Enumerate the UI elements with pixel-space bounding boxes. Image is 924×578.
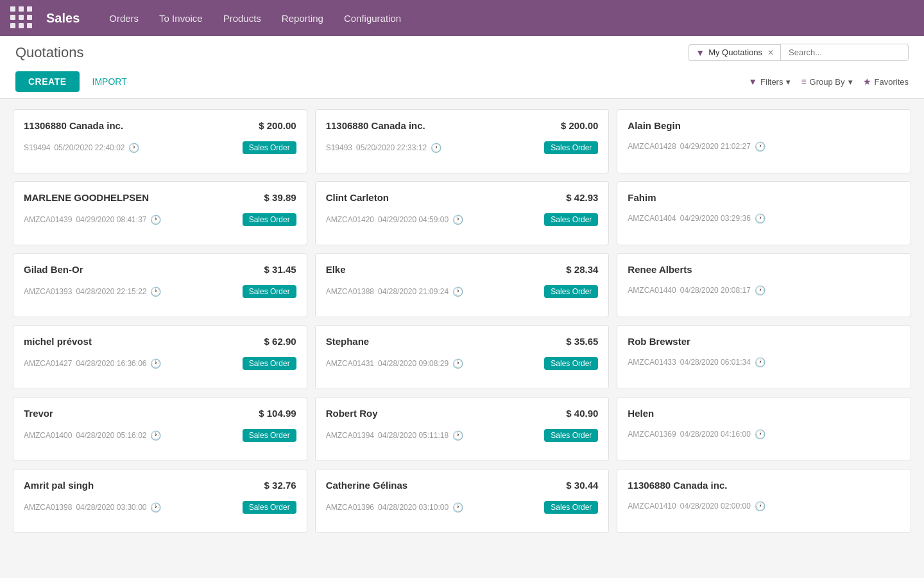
filter-tag-close[interactable]: ✕ bbox=[767, 48, 774, 57]
card-meta: AMZCA01427 04/28/2020 16:36:06 🕐 bbox=[24, 358, 161, 369]
toolbar-left: CREATE IMPORT bbox=[15, 71, 135, 92]
card-name: 11306880 Canada inc. bbox=[628, 480, 727, 491]
nav-item-configuration[interactable]: Configuration bbox=[335, 8, 410, 29]
card-date: 05/20/2020 22:33:12 bbox=[356, 143, 427, 152]
kanban-card[interactable]: Amrit pal singh $ 32.76 AMZCA01398 04/28… bbox=[13, 469, 307, 533]
star-icon: ★ bbox=[863, 76, 871, 87]
favorites-button[interactable]: ★ Favorites bbox=[863, 76, 909, 87]
card-date: 04/28/2020 05:11:18 bbox=[378, 431, 449, 440]
active-filter-tag[interactable]: ▼ My Quotations ✕ bbox=[689, 44, 780, 61]
card-date: 04/28/2020 02:00:00 bbox=[680, 502, 751, 511]
clock-icon: 🕐 bbox=[755, 501, 766, 511]
card-amount: $ 39.89 bbox=[264, 192, 296, 203]
card-amount: $ 62.90 bbox=[264, 336, 296, 347]
card-meta: AMZCA01369 04/28/2020 04:16:00 🕐 bbox=[628, 429, 765, 439]
card-name: Robert Roy bbox=[326, 408, 378, 419]
nav-item-to-invoice[interactable]: To Invoice bbox=[150, 8, 212, 29]
card-ref: AMZCA01420 bbox=[326, 215, 374, 224]
filters-label: Filters bbox=[760, 77, 783, 87]
clock-icon: 🕐 bbox=[452, 430, 463, 441]
card-date: 04/28/2020 22:15:22 bbox=[76, 287, 146, 296]
clock-icon: 🕐 bbox=[755, 429, 766, 439]
import-button[interactable]: IMPORT bbox=[85, 71, 135, 92]
favorites-label: Favorites bbox=[875, 77, 909, 87]
group-by-label: Group By bbox=[810, 77, 845, 87]
card-ref: AMZCA01427 bbox=[24, 359, 72, 368]
kanban-card[interactable]: michel prévost $ 62.90 AMZCA01427 04/28/… bbox=[13, 325, 307, 389]
card-name: Rob Brewster bbox=[628, 336, 690, 347]
card-amount: $ 200.00 bbox=[259, 120, 296, 131]
card-ref: AMZCA01428 bbox=[628, 142, 676, 151]
filter-icon: ▼ bbox=[748, 76, 757, 87]
card-amount: $ 35.65 bbox=[566, 336, 598, 347]
kanban-card[interactable]: Fahim AMZCA01404 04/29/2020 03:29:36 🕐 bbox=[617, 181, 911, 245]
card-meta: AMZCA01404 04/29/2020 03:29:36 🕐 bbox=[628, 213, 765, 223]
filters-button[interactable]: ▼ Filters ▾ bbox=[748, 76, 791, 87]
kanban-card[interactable]: Stephane $ 35.65 AMZCA01431 04/28/2020 0… bbox=[315, 325, 610, 389]
card-ref: AMZCA01388 bbox=[326, 287, 374, 296]
filters-chevron: ▾ bbox=[786, 77, 791, 87]
kanban-container: 11306880 Canada inc. $ 200.00 S19494 05/… bbox=[0, 99, 924, 543]
kanban-card[interactable]: MARLENE GOODHELPSEN $ 39.89 AMZCA01439 0… bbox=[13, 181, 307, 245]
kanban-card[interactable]: Helen AMZCA01369 04/28/2020 04:16:00 🕐 bbox=[617, 397, 911, 461]
card-name: Alain Begin bbox=[628, 120, 681, 131]
card-date: 04/28/2020 03:30:00 bbox=[76, 503, 146, 512]
kanban-card[interactable]: Catherine Gélinas $ 30.44 AMZCA01396 04/… bbox=[315, 469, 610, 533]
kanban-card[interactable]: Renee Alberts AMZCA01440 04/28/2020 20:0… bbox=[617, 253, 911, 317]
card-badge: Sales Order bbox=[544, 141, 598, 154]
card-amount: $ 40.90 bbox=[566, 408, 598, 419]
card-badge: Sales Order bbox=[243, 141, 296, 154]
kanban-card[interactable]: 11306880 Canada inc. $ 200.00 S19493 05/… bbox=[315, 109, 610, 173]
group-by-button[interactable]: ≡ Group By ▾ bbox=[801, 76, 852, 87]
card-meta: AMZCA01410 04/28/2020 02:00:00 🕐 bbox=[628, 501, 765, 511]
clock-icon: 🕐 bbox=[452, 358, 463, 369]
clock-icon: 🕐 bbox=[452, 215, 463, 225]
card-amount: $ 104.99 bbox=[259, 408, 296, 419]
card-ref: AMZCA01440 bbox=[628, 286, 676, 295]
nav-item-products[interactable]: Products bbox=[214, 8, 270, 29]
card-date: 04/28/2020 06:01:34 bbox=[680, 358, 751, 367]
card-badge: Sales Order bbox=[544, 213, 598, 226]
nav-item-reporting[interactable]: Reporting bbox=[273, 8, 332, 29]
card-date: 04/28/2020 03:10:00 bbox=[378, 503, 449, 512]
card-name: 11306880 Canada inc. bbox=[326, 120, 425, 131]
card-date: 04/28/2020 09:08:29 bbox=[378, 359, 449, 368]
kanban-card[interactable]: 11306880 Canada inc. AMZCA01410 04/28/20… bbox=[617, 469, 911, 533]
card-date: 04/29/2020 04:59:00 bbox=[378, 215, 449, 224]
clock-icon: 🕐 bbox=[150, 358, 161, 369]
toolbar-right: ▼ Filters ▾ ≡ Group By ▾ ★ Favorites bbox=[748, 76, 909, 87]
card-meta: AMZCA01394 04/28/2020 05:11:18 🕐 bbox=[326, 430, 463, 441]
clock-icon: 🕐 bbox=[755, 285, 766, 295]
list-icon: ≡ bbox=[801, 76, 806, 87]
create-button[interactable]: CREATE bbox=[15, 71, 80, 92]
kanban-card[interactable]: 11306880 Canada inc. $ 200.00 S19494 05/… bbox=[13, 109, 307, 173]
card-meta: AMZCA01431 04/28/2020 09:08:29 🕐 bbox=[326, 358, 463, 369]
card-date: 04/28/2020 21:09:24 bbox=[378, 287, 449, 296]
card-date: 04/29/2020 08:41:37 bbox=[76, 215, 146, 224]
app-grid-icon[interactable] bbox=[10, 6, 33, 30]
nav-item-orders[interactable]: Orders bbox=[100, 8, 148, 29]
card-name: Catherine Gélinas bbox=[326, 480, 408, 491]
card-date: 05/20/2020 22:40:02 bbox=[54, 143, 124, 152]
kanban-card[interactable]: Gilad Ben-Or $ 31.45 AMZCA01393 04/28/20… bbox=[13, 253, 307, 317]
kanban-card[interactable]: Trevor $ 104.99 AMZCA01400 04/28/2020 05… bbox=[13, 397, 307, 461]
card-badge: Sales Order bbox=[243, 501, 296, 514]
card-meta: AMZCA01396 04/28/2020 03:10:00 🕐 bbox=[326, 502, 463, 512]
kanban-card[interactable]: Clint Carleton $ 42.93 AMZCA01420 04/29/… bbox=[315, 181, 610, 245]
card-badge: Sales Order bbox=[243, 429, 296, 442]
clock-icon: 🕐 bbox=[150, 430, 161, 441]
clock-icon: 🕐 bbox=[150, 286, 161, 297]
card-name: Fahim bbox=[628, 192, 656, 203]
search-area: ▼ My Quotations ✕ bbox=[689, 44, 909, 61]
kanban-card[interactable]: Rob Brewster AMZCA01433 04/28/2020 06:01… bbox=[617, 325, 911, 389]
card-badge: Sales Order bbox=[544, 357, 598, 370]
card-amount: $ 30.44 bbox=[566, 480, 598, 491]
search-input[interactable] bbox=[780, 44, 909, 61]
card-meta: S19494 05/20/2020 22:40:02 🕐 bbox=[24, 143, 139, 153]
clock-icon: 🕐 bbox=[755, 213, 766, 223]
card-meta: AMZCA01440 04/28/2020 20:08:17 🕐 bbox=[628, 285, 765, 295]
kanban-card[interactable]: Elke $ 28.34 AMZCA01388 04/28/2020 21:09… bbox=[315, 253, 610, 317]
card-meta: AMZCA01398 04/28/2020 03:30:00 🕐 bbox=[24, 502, 161, 512]
kanban-card[interactable]: Robert Roy $ 40.90 AMZCA01394 04/28/2020… bbox=[315, 397, 610, 461]
kanban-card[interactable]: Alain Begin AMZCA01428 04/29/2020 21:02:… bbox=[617, 109, 911, 173]
